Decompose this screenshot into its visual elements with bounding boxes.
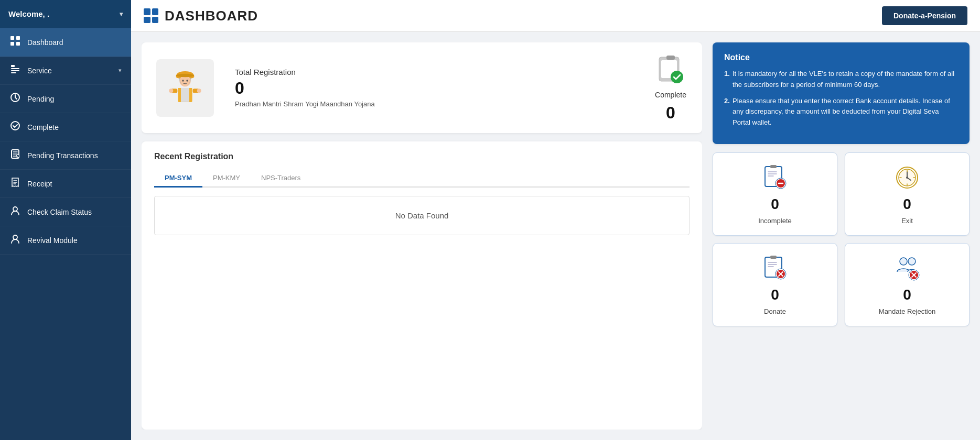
stats-info: Total Registration 0 Pradhan Mantri Shra… [235, 68, 633, 108]
receipt-icon [9, 177, 21, 190]
complete-value: 0 [666, 103, 675, 123]
sidebar-item-complete[interactable]: Complete [0, 113, 131, 141]
complete-box: Complete 0 [654, 53, 687, 123]
stats-card: Total Registration 0 Pradhan Mantri Shra… [142, 42, 702, 133]
svg-point-30 [671, 71, 683, 83]
sidebar-item-revival-module[interactable]: Revival Module [0, 226, 131, 255]
recent-registration-title: Recent Registration [154, 152, 690, 161]
complete-icon [9, 120, 21, 134]
pending-icon [9, 92, 21, 105]
revival-icon [9, 234, 21, 247]
check-claim-icon [9, 205, 21, 218]
svg-rect-5 [11, 68, 19, 69]
svg-rect-6 [11, 70, 19, 71]
donate-label: Donate [764, 307, 786, 315]
sidebar-welcome[interactable]: Welcome, . ▾ [0, 0, 131, 28]
main-content: DASHBOARD Donate-a-Pension [131, 0, 980, 440]
svg-rect-18 [178, 88, 181, 102]
scheme-name: Pradhan Mantri Shram Yogi Maandhan Yojan… [235, 100, 633, 108]
svg-point-25 [182, 80, 184, 81]
dashboard-grid-icon [144, 8, 158, 23]
svg-point-12 [13, 207, 17, 211]
svg-point-24 [197, 89, 201, 93]
mandate-rejection-value: 0 [903, 287, 911, 303]
status-grid: 0 Incomplete 0 Exit [713, 152, 970, 326]
svg-rect-7 [11, 72, 16, 73]
svg-point-13 [13, 235, 17, 239]
sidebar-item-pending-transactions-label: Pending Transactions [27, 151, 122, 160]
svg-rect-33 [770, 165, 777, 168]
notice-card: Notice It is mandatory for all the VLE's… [713, 42, 970, 144]
exit-value: 0 [903, 196, 911, 213]
page-title: DASHBOARD [165, 8, 258, 24]
sidebar-item-receipt-label: Receipt [27, 180, 122, 188]
recent-registration-card: Recent Registration PM-SYM PM-KMY NPS-Tr… [142, 141, 702, 430]
page-title-area: DASHBOARD [144, 8, 258, 24]
sidebar-item-pending-transactions[interactable]: Pending Transactions [0, 141, 131, 170]
left-panel: Total Registration 0 Pradhan Mantri Shra… [142, 42, 702, 430]
sidebar-item-dashboard-label: Dashboard [27, 38, 122, 47]
tab-pm-sym[interactable]: PM-SYM [154, 170, 202, 188]
no-data-message: No Data Found [154, 196, 690, 235]
status-card-exit: 0 Exit [845, 152, 970, 236]
sidebar-item-pending[interactable]: Pending [0, 85, 131, 113]
svg-rect-4 [11, 65, 15, 67]
worker-icon-box [156, 59, 214, 117]
svg-rect-1 [16, 36, 20, 40]
right-panel: Notice It is mandatory for all the VLE's… [713, 42, 970, 430]
sidebar-item-service[interactable]: Service ▾ [0, 57, 131, 85]
tab-nps-traders[interactable]: NPS-Traders [251, 170, 311, 188]
svg-point-16 [176, 73, 195, 77]
chevron-down-icon: ▾ [120, 10, 123, 18]
total-registration-label: Total Registration [235, 68, 633, 76]
sidebar-item-revival-label: Revival Module [27, 236, 122, 245]
tab-pm-kmy[interactable]: PM-KMY [202, 170, 251, 188]
status-card-donate: 0 Donate [713, 243, 837, 326]
dashboard-icon [9, 36, 21, 49]
status-card-mandate-rejection: 0 Mandate Rejection [845, 243, 970, 326]
svg-rect-2 [10, 42, 14, 46]
tab-bar: PM-SYM PM-KMY NPS-Traders [154, 170, 690, 188]
incomplete-icon [761, 163, 789, 192]
mandate-rejection-icon [893, 254, 921, 282]
worker-illustration [164, 67, 206, 109]
svg-point-23 [169, 89, 173, 93]
svg-rect-20 [181, 88, 189, 102]
service-icon [9, 64, 21, 77]
sidebar: Welcome, . ▾ Dashboard Service ▾ [0, 0, 131, 440]
clipboard-complete-icon [654, 53, 687, 86]
svg-rect-29 [666, 56, 675, 60]
sidebar-item-check-claim-label: Check Claim Status [27, 208, 122, 216]
exit-label: Exit [901, 217, 913, 225]
svg-point-9 [11, 122, 19, 130]
sidebar-item-pending-label: Pending [27, 95, 122, 103]
complete-label: Complete [655, 91, 686, 99]
notice-item-2: Please ensure that you enter the correct… [724, 96, 958, 128]
sidebar-item-check-claim-status[interactable]: Check Claim Status [0, 198, 131, 226]
svg-rect-41 [770, 256, 777, 259]
exit-icon [893, 163, 921, 192]
donate-value: 0 [771, 287, 779, 303]
mandate-rejection-label: Mandate Rejection [879, 307, 935, 315]
svg-rect-3 [16, 42, 20, 46]
pending-transactions-icon [9, 149, 21, 162]
svg-point-45 [908, 258, 916, 265]
donate-pension-button[interactable]: Donate-a-Pension [882, 6, 967, 25]
svg-point-38 [906, 177, 908, 179]
total-registration-value: 0 [235, 79, 633, 98]
svg-point-44 [900, 258, 907, 265]
chevron-right-icon: ▾ [119, 67, 122, 74]
sidebar-item-service-label: Service [27, 67, 112, 75]
svg-point-26 [186, 80, 188, 81]
top-header: DASHBOARD Donate-a-Pension [131, 0, 980, 32]
sidebar-item-complete-label: Complete [27, 123, 122, 131]
incomplete-label: Incomplete [758, 217, 792, 225]
notice-title: Notice [724, 53, 958, 62]
svg-rect-19 [189, 88, 192, 102]
sidebar-item-receipt[interactable]: Receipt [0, 170, 131, 198]
svg-rect-0 [10, 36, 14, 40]
notice-item-1: It is mandatory for all the VLE's to ret… [724, 69, 958, 91]
donate-icon [761, 254, 789, 282]
sidebar-item-dashboard[interactable]: Dashboard [0, 28, 131, 57]
welcome-text: Welcome, . [8, 9, 49, 18]
